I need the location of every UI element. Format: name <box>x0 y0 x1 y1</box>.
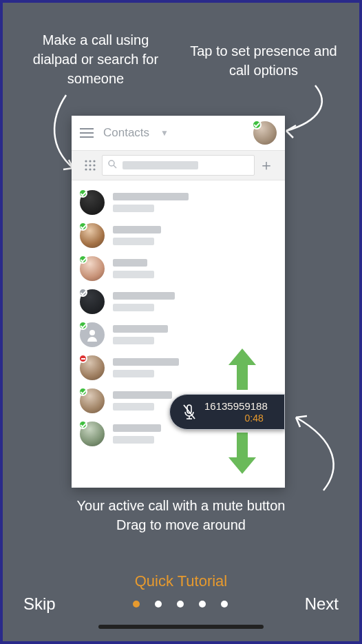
contact-name-placeholder <box>113 325 168 333</box>
skip-button[interactable]: Skip <box>23 594 56 614</box>
page-dot[interactable] <box>177 601 184 607</box>
svg-point-0 <box>85 160 87 162</box>
pointer-arrow-right <box>278 83 333 145</box>
tip-presence: Tap to set presence and call options <box>184 41 343 80</box>
header-title[interactable]: Contacts <box>103 126 149 140</box>
page-dot[interactable] <box>133 601 140 607</box>
contact-text <box>113 358 179 377</box>
contact-name-placeholder <box>113 424 161 432</box>
search-input[interactable] <box>102 155 255 176</box>
drag-down-arrow-icon <box>228 433 256 474</box>
svg-point-9 <box>109 160 114 166</box>
contact-row[interactable] <box>80 186 277 219</box>
call-number: 16135959188 <box>204 400 268 413</box>
contact-row[interactable] <box>80 219 277 252</box>
contact-sub-placeholder <box>113 403 154 411</box>
contact-avatar <box>80 422 105 446</box>
call-info: 16135959188 0:48 <box>204 400 268 424</box>
menu-icon[interactable] <box>80 128 94 138</box>
svg-point-3 <box>85 164 87 166</box>
svg-point-6 <box>85 168 87 170</box>
next-button[interactable]: Next <box>305 594 339 614</box>
contact-text <box>113 259 154 278</box>
contact-avatar <box>80 322 105 347</box>
presence-badge-icon <box>78 387 87 396</box>
app-header: Contacts ▼ <box>72 116 285 150</box>
svg-point-7 <box>89 168 91 170</box>
contact-row[interactable] <box>80 285 277 318</box>
contact-avatar <box>80 223 105 248</box>
presence-badge-icon <box>78 420 87 429</box>
svg-point-4 <box>89 164 91 166</box>
contact-text <box>113 226 161 245</box>
add-button[interactable]: ＋ <box>255 154 278 177</box>
contact-row[interactable] <box>80 318 277 351</box>
contact-avatar <box>80 256 105 281</box>
presence-badge-icon <box>78 189 87 198</box>
contact-row[interactable] <box>80 252 277 285</box>
search-icon <box>108 160 117 171</box>
tip-active-call: Your active call with a mute buttonDrag … <box>3 496 359 534</box>
presence-badge-icon <box>252 120 262 129</box>
page-dot[interactable] <box>221 601 228 607</box>
contact-name-placeholder <box>113 292 175 300</box>
search-bar: ＋ <box>72 150 285 180</box>
chevron-down-icon[interactable]: ▼ <box>160 128 169 138</box>
profile-avatar[interactable] <box>253 121 277 145</box>
contact-sub-placeholder <box>113 337 154 344</box>
svg-point-5 <box>93 164 95 166</box>
contact-avatar <box>80 388 105 413</box>
contact-avatar <box>80 190 105 215</box>
svg-point-2 <box>93 160 95 162</box>
page-dot[interactable] <box>155 601 162 607</box>
drag-up-arrow-icon <box>228 349 256 390</box>
contact-text <box>113 292 175 311</box>
svg-point-1 <box>89 160 91 162</box>
page-dot[interactable] <box>199 601 206 607</box>
contact-name-placeholder <box>113 259 147 267</box>
contact-name-placeholder <box>113 358 179 366</box>
contact-text <box>113 391 172 411</box>
contact-name-placeholder <box>113 226 161 233</box>
svg-point-8 <box>93 168 95 170</box>
contact-avatar <box>80 355 105 380</box>
contact-sub-placeholder <box>113 370 154 377</box>
presence-badge-icon <box>78 354 87 363</box>
contact-avatar <box>80 289 105 314</box>
tutorial-footer: Quick Tutorial Skip Next <box>3 572 359 629</box>
svg-point-11 <box>89 330 95 335</box>
contact-text <box>113 325 168 344</box>
mute-icon[interactable] <box>180 402 199 422</box>
contact-text <box>113 424 161 444</box>
contact-sub-placeholder <box>113 436 154 444</box>
presence-badge-icon <box>78 321 87 330</box>
svg-line-10 <box>114 165 116 168</box>
contact-name-placeholder <box>113 391 172 399</box>
presence-badge-icon <box>78 222 87 231</box>
contact-name-placeholder <box>113 193 189 200</box>
active-call-pill[interactable]: 16135959188 0:48 <box>169 394 285 430</box>
page-dots <box>133 601 228 607</box>
contact-sub-placeholder <box>113 304 154 311</box>
contact-sub-placeholder <box>113 271 154 278</box>
home-indicator <box>98 625 264 629</box>
dialpad-icon[interactable] <box>78 154 102 177</box>
tutorial-title: Quick Tutorial <box>135 572 228 590</box>
search-placeholder <box>123 161 198 169</box>
app-screenshot: Contacts ▼ ＋ <box>72 116 285 488</box>
call-duration: 0:48 <box>245 413 264 424</box>
contact-sub-placeholder <box>113 205 154 212</box>
presence-badge-icon <box>78 288 87 297</box>
contact-text <box>113 193 189 212</box>
presence-badge-icon <box>78 255 87 264</box>
contact-sub-placeholder <box>113 238 154 245</box>
tip-dialpad: Make a call using dialpad or search for … <box>23 30 168 88</box>
pointer-arrow-call <box>289 413 344 496</box>
